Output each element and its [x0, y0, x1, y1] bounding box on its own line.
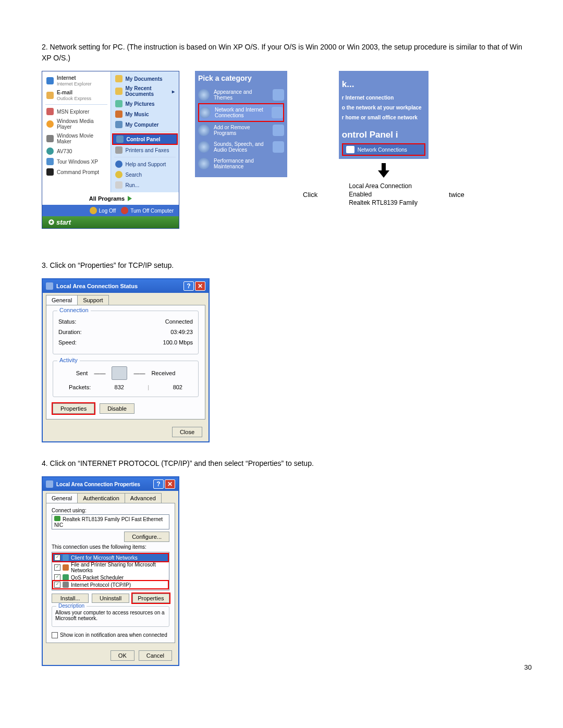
cp-network[interactable]: Network and Internet Connections [198, 103, 284, 122]
item-fileprint[interactable]: File and Printer Sharing for Microsoft N… [53, 561, 168, 574]
task-home[interactable]: r home or small office network [342, 113, 425, 122]
sm-movie[interactable]: Windows Movie Maker [43, 131, 109, 146]
cp-performance[interactable]: Performance and Maintenance [198, 155, 284, 172]
nic-icon [54, 516, 60, 521]
ok-button[interactable]: OK [111, 650, 134, 661]
logoff-button[interactable]: Log Off [90, 207, 116, 214]
help-button[interactable]: ? [183, 281, 194, 291]
turnoff-button[interactable]: Turn Off Computer [121, 207, 174, 214]
item-qos[interactable]: QoS Packet Scheduler [53, 574, 168, 581]
sm-music[interactable]: My Music [112, 109, 178, 119]
step2-text: Network setting for PC. (The instruction… [42, 43, 522, 62]
appearance-icon [198, 89, 210, 101]
tab-support[interactable]: Support [77, 295, 109, 305]
show-icon-checkbox[interactable]: Show icon in notification area when conn… [52, 632, 169, 638]
help-button[interactable]: ? [153, 479, 164, 489]
control-panel-categories: Pick a category Appearance and Themes Ne… [195, 71, 287, 177]
performance-icon [198, 158, 210, 169]
sm-recent[interactable]: My Recent Documents▸ [112, 84, 178, 98]
placeholder-icon [272, 107, 283, 118]
nic-field: Realtek RTL8139 Family PCI Fast Ethernet… [52, 514, 169, 529]
sent-count: 832 [115, 384, 124, 390]
page-number: 30 [524, 663, 532, 671]
recv-count: 802 [173, 384, 182, 390]
cp-appearance[interactable]: Appearance and Themes [198, 87, 284, 103]
dialog-title: Local Area Connection Properties [56, 482, 140, 487]
search-icon [115, 171, 123, 178]
sm-av730[interactable]: AV730 [43, 146, 109, 156]
printers-icon [115, 146, 123, 154]
sm-tour[interactable]: Tour Windows XP [43, 156, 109, 167]
connection-group: Connection Status:Connected Duration:03:… [53, 311, 199, 354]
tab-auth[interactable]: Authentication [77, 493, 125, 503]
sm-pics[interactable]: My Pictures [112, 98, 178, 109]
uses-items-label: This connection uses the following items… [52, 544, 169, 550]
logoff-icon [90, 207, 97, 214]
dialog-title: Local Area Connection Status [56, 283, 138, 289]
sm-email[interactable]: E-mailOutlook Express [43, 88, 109, 103]
cp-title: Pick a category [198, 74, 284, 82]
music-icon [115, 110, 123, 118]
activity-icon [112, 366, 127, 380]
sm-help[interactable]: Help and Support [112, 159, 178, 169]
uninstall-button[interactable]: Uninstall [92, 594, 129, 603]
speed-val: 100.0 Mbps [163, 339, 193, 346]
all-programs[interactable]: All Programs [42, 192, 179, 205]
task-workplace[interactable]: o the network at your workplace [342, 103, 425, 113]
disable-button[interactable]: Disable [100, 403, 134, 414]
tab-general[interactable]: General [46, 493, 78, 503]
start-button[interactable]: start [42, 216, 179, 228]
twice-label: twice [449, 191, 464, 199]
activity-group: Activity Sent ———— Received Packets:832|… [53, 361, 199, 397]
msn-icon [46, 108, 54, 115]
sm-control-panel[interactable]: Control Panel [112, 133, 178, 145]
received-label: Received [151, 370, 175, 376]
step3-num: 3. [42, 261, 48, 269]
items-list[interactable]: Client for Microsoft Networks File and P… [52, 552, 169, 590]
tour-icon [46, 158, 54, 165]
network-icon [199, 107, 211, 118]
close-x-button[interactable]: ✕ [165, 479, 175, 489]
speed-key: Speed: [58, 339, 77, 346]
network-connections-link[interactable]: Network Connections [342, 143, 425, 156]
packets-key: Packets: [69, 384, 91, 390]
sm-search[interactable]: Search [112, 169, 178, 180]
duration-key: Duration: [58, 329, 82, 335]
documents-icon [115, 75, 123, 82]
step2-num: 2. [42, 43, 48, 51]
configure-button[interactable]: Configure... [124, 532, 169, 542]
sm-wmp[interactable]: Windows Media Player [43, 117, 109, 131]
sm-run[interactable]: Run... [112, 180, 178, 190]
sm-printers[interactable]: Printers and Faxes [112, 145, 178, 155]
item-client[interactable]: Client for Microsoft Networks [53, 554, 168, 561]
install-button[interactable]: Install... [52, 594, 89, 603]
help-icon [115, 161, 123, 168]
properties-button[interactable]: Properties [132, 594, 169, 603]
addremove-icon [198, 125, 210, 136]
heading-k: k... [342, 79, 425, 90]
pictures-icon [115, 100, 123, 107]
sm-msn[interactable]: MSN Explorer [43, 106, 109, 117]
task-internet[interactable]: r Internet connection [342, 93, 425, 103]
tab-adv[interactable]: Advanced [125, 493, 162, 503]
close-button[interactable]: Close [172, 427, 202, 437]
item-tcpip[interactable]: Internet Protocol (TCP/IP) [53, 581, 168, 588]
properties-button[interactable]: Properties [53, 403, 94, 414]
close-x-button[interactable]: ✕ [195, 281, 205, 291]
placeholder-icon [273, 141, 284, 153]
cp-addremove[interactable]: Add or Remove Programs [198, 122, 284, 139]
sm-internet[interactable]: InternetInternet Explorer [43, 73, 109, 88]
lac-info[interactable]: Local Area Connection Enabled Realtek RT… [349, 182, 418, 207]
client-icon [63, 554, 69, 561]
step3-text: Click on “Properties” for TCP/IP setup. [50, 261, 174, 269]
cancel-button[interactable]: Cancel [139, 650, 172, 661]
tab-general[interactable]: General [46, 295, 78, 305]
movie-icon [46, 135, 54, 142]
sm-computer[interactable]: My Computer [112, 119, 178, 130]
cp-sounds[interactable]: Sounds, Speech, and Audio Devices [198, 139, 284, 155]
av730-icon [46, 147, 54, 155]
sm-cmd[interactable]: Command Prompt [43, 167, 109, 177]
description-box: Description Allows your computer to acce… [52, 606, 169, 627]
sm-docs[interactable]: My Documents [112, 73, 178, 84]
step4-text: Click on “INTERNET PROTOCOL (TCP/IP)” an… [50, 459, 314, 467]
